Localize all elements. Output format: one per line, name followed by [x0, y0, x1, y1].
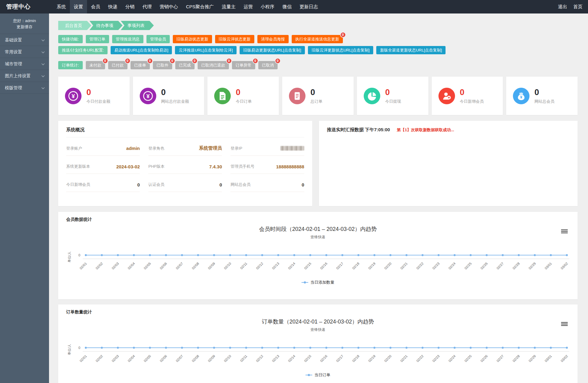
- sidebar-user-block: 您好：admin 更新缓存: [0, 13, 49, 34]
- manage-push-messages-button[interactable]: 管理推送消息: [112, 35, 143, 43]
- yunyang-push-url-button[interactable]: 云洋推送URL[点击复制给云洋]: [175, 46, 236, 54]
- stat-card-body: 0今日付款金额: [86, 88, 110, 104]
- nav-item-members[interactable]: 会员: [87, 0, 104, 13]
- svg-text:02/19: 02/19: [367, 354, 376, 363]
- sys-label: 登录角色: [148, 146, 164, 151]
- svg-text:02/15: 02/15: [303, 262, 312, 270]
- cancelled-button[interactable]: 已取消0: [258, 61, 278, 69]
- stat-card-today-orders: 0今日订单: [207, 77, 279, 115]
- legacy-yunyang-status-update-button[interactable]: 旧版云洋状态更新: [215, 35, 254, 43]
- nav-item-cps-promotion[interactable]: CPS聚合推广: [182, 0, 218, 13]
- sidebar-item-common-settings[interactable]: 常用设置: [0, 46, 49, 58]
- clear-member-poster-button[interactable]: 清理会员海报: [257, 35, 289, 43]
- manage-members-button[interactable]: 管理会员: [146, 35, 170, 43]
- svg-text:02/01: 02/01: [79, 262, 87, 270]
- nav-item-changelog[interactable]: 更新日志: [296, 0, 322, 13]
- order-abnormal-button[interactable]: 订单异常0: [232, 61, 255, 69]
- legacy-yunyang-update-status-url-button[interactable]: 旧版云洋更新状态URL[点击复制]: [308, 46, 373, 54]
- chart-legend[interactable]: 当日订单: [66, 372, 570, 378]
- nav-item-logout[interactable]: 退出: [555, 0, 570, 13]
- stat-card-today-payment-amount: ¥0今日付款金额: [58, 77, 130, 115]
- member-stats-section-title: 会员数据统计: [66, 217, 570, 222]
- nav-item-settings[interactable]: 设置: [70, 0, 87, 13]
- svg-text:单位/人: 单位/人: [67, 251, 71, 262]
- stat-label: 总订单: [310, 99, 322, 104]
- sidebar-item-template-management[interactable]: 模版管理: [0, 82, 49, 94]
- button-label: 管理会员: [150, 37, 166, 41]
- nav-item-express[interactable]: 快递: [104, 0, 121, 13]
- chart-title: 订单数量（2024-02-01 – 2024-03-02）内趋势: [66, 318, 570, 325]
- chart-legend[interactable]: 当日添加数量: [66, 280, 570, 285]
- chart-context-menu-button[interactable]: [560, 228, 568, 235]
- hamburger-icon: [561, 231, 568, 232]
- button-label: 管理订单: [89, 37, 105, 41]
- nav-item-home[interactable]: 首页: [570, 0, 586, 13]
- svg-text:02/02: 02/02: [95, 354, 104, 363]
- accepted-button[interactable]: 已接单0: [131, 61, 150, 69]
- legacy-yida-status-update-button[interactable]: 旧版易达状态更新: [173, 35, 212, 43]
- stat-card-body: 0今日提现: [385, 88, 401, 104]
- sidebar-item-image-upload-settings[interactable]: 图片上传设置: [0, 70, 49, 82]
- push-report-panel: 推送实时汇报数据 下午7:05:00 第【1】次获取新数据获取成功...: [319, 121, 578, 206]
- nav-item-mini-program[interactable]: 小程序: [257, 0, 279, 13]
- svg-text:02/23: 02/23: [432, 262, 440, 270]
- picked-up-button[interactable]: 已取件0: [153, 61, 172, 69]
- sidebar-item-city-management[interactable]: 城市管理: [0, 58, 49, 70]
- button-label: 旧版易达更新状态URL[点击复制]: [243, 48, 301, 52]
- run-all-channel-push-update-button[interactable]: 执行全渠道推送信息更新0: [292, 35, 343, 43]
- breadcrumb-tab-backend-home[interactable]: 后台首页: [58, 21, 91, 30]
- new-all-channel-update-status-url-button[interactable]: 新版全渠道更新状态URL[点击复制]: [376, 46, 446, 54]
- chevron-down-icon: [42, 38, 45, 41]
- nav-item-distribution[interactable]: 分销: [121, 0, 138, 13]
- cancelled-refunded-button[interactable]: 已取消已退款0: [198, 61, 229, 69]
- document-icon: [214, 88, 231, 104]
- nav-item-agent[interactable]: 代理: [138, 0, 156, 13]
- breadcrumb-tab-todo-items[interactable]: 待办事项: [89, 21, 123, 30]
- action-row: 推送/计划任务URL配置:易达推送URL[点击复制给易达]云洋推送URL[点击复…: [58, 46, 578, 54]
- nav-item-marketing-center[interactable]: 营销中心: [156, 0, 182, 13]
- stat-card-total-payment-amount: ¥0网站总付款金额: [133, 77, 204, 115]
- stat-value: 0: [385, 88, 401, 97]
- svg-text:02/03: 02/03: [111, 354, 119, 363]
- breadcrumb-tab-item-list[interactable]: 事项列表: [121, 21, 154, 30]
- refresh-cache-link[interactable]: 更新缓存: [3, 24, 46, 30]
- system-overview-panel: 系统概况 登录账户admin登录角色系统管理员登录IP系统更新版本2024-03…: [58, 121, 312, 206]
- yida-push-url-button[interactable]: 易达推送URL[点击复制给易达]: [111, 46, 172, 54]
- nav-item-traffic-owner[interactable]: 流量主: [218, 0, 240, 13]
- stat-card-total-members: ¥0网站总会员: [506, 77, 578, 115]
- push-task-url-config-label: 推送/计划任务URL配置:: [58, 46, 108, 54]
- nav-item-wechat[interactable]: 微信: [279, 0, 296, 13]
- sys-value: 2024-03-02: [116, 164, 140, 169]
- paid-button[interactable]: 已付款0: [108, 61, 127, 69]
- button-label: 云洋推送URL[点击复制给云洋]: [179, 48, 233, 52]
- manage-orders-button[interactable]: 管理订单: [86, 35, 109, 43]
- top-nav: 管理中心 系统设置会员快递分销代理营销中心CPS聚合推广流量主运营小程序微信更新…: [0, 0, 588, 13]
- svg-text:02/26: 02/26: [480, 262, 488, 270]
- svg-text:02/22: 02/22: [415, 354, 424, 363]
- order-stats-section-title: 订单数量统计: [66, 309, 570, 315]
- unpaid-button[interactable]: 未付款0: [86, 61, 105, 69]
- sys-label: PHP版本: [148, 164, 165, 169]
- legend-marker-icon: [305, 373, 312, 377]
- stat-label: 网站总会员: [534, 99, 554, 104]
- sidebar: 您好：admin 更新缓存 基础设置常用设置城市管理图片上传设置模版管理: [0, 13, 49, 383]
- button-label: 执行全渠道推送信息更新: [295, 37, 339, 41]
- button-label: 新版全渠道更新状态URL[点击复制]: [380, 48, 442, 52]
- member-trend-chart: 会员时间段（2024-02-01 – 2024-03-02）内趋势壹锋快递单位/…: [66, 225, 570, 285]
- sys-label: 登录账户: [66, 146, 82, 151]
- money-bag-icon: ¥: [513, 88, 529, 104]
- chart-context-menu-button[interactable]: [560, 320, 568, 327]
- completed-button[interactable]: 已完成0: [175, 61, 195, 69]
- order-stats-label: 订单统计:: [58, 61, 83, 69]
- nav-item-system[interactable]: 系统: [53, 0, 70, 13]
- button-label: 推送/计划任务URL配置:: [62, 48, 104, 52]
- legacy-yida-update-status-url-button[interactable]: 旧版易达更新状态URL[点击复制]: [240, 46, 305, 54]
- hamburger-icon: [561, 232, 568, 233]
- sidebar-item-basic-settings[interactable]: 基础设置: [0, 34, 49, 46]
- breadcrumb: 后台首页待办事项事项列表: [58, 21, 578, 30]
- svg-text:03/02: 03/02: [560, 354, 568, 363]
- button-label: 旧版易达状态更新: [176, 37, 208, 41]
- nav-item-operations[interactable]: 运营: [240, 0, 257, 13]
- hamburger-icon: [561, 324, 568, 324]
- button-label: 已付款: [112, 63, 124, 67]
